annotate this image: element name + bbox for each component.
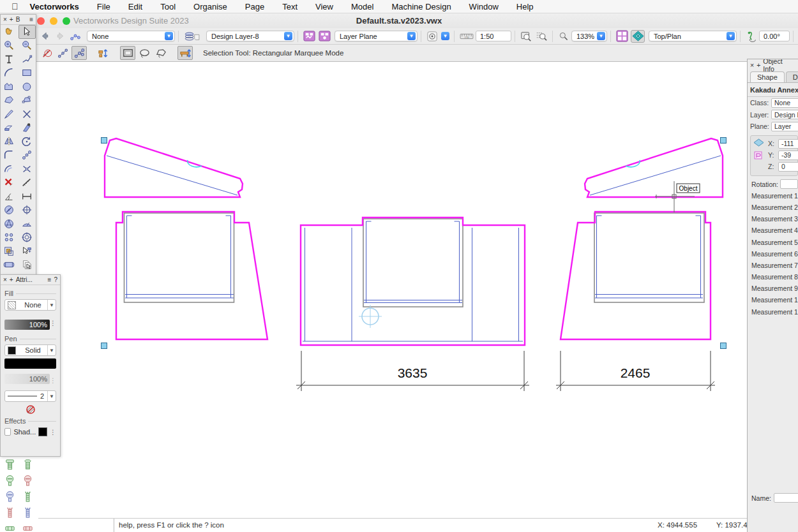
center-mark-tool[interactable]	[19, 203, 36, 218]
cross-line-tool[interactable]	[19, 107, 36, 121]
fill-opacity-menu-icon[interactable]: ⋮	[50, 320, 56, 327]
red-tap-tool[interactable]	[1, 505, 19, 521]
poly-lasso-mode[interactable]	[153, 46, 169, 60]
menu-view[interactable]: View	[315, 2, 333, 11]
walkthrough-icon[interactable]	[745, 31, 758, 42]
pill-shape-tool[interactable]	[1, 258, 18, 272]
active-plane-dropdown[interactable]: Layer Plane▼	[335, 31, 418, 41]
shadow-menu-icon[interactable]: ⋮	[50, 429, 56, 436]
marquee-zoom-icon[interactable]	[535, 31, 548, 42]
unified-view-icon[interactable]	[631, 30, 645, 43]
green-bolt-tool[interactable]	[1, 457, 19, 473]
layer-scale-icon[interactable]: 1:50	[459, 31, 474, 42]
protractor-tool[interactable]	[19, 217, 36, 231]
rotate-tool[interactable]	[19, 135, 36, 149]
menu-vectorworks[interactable]: Vectorworks	[30, 2, 79, 11]
wheel-tool[interactable]	[1, 217, 18, 231]
zoom-level-dropdown[interactable]: 133%▼	[571, 31, 607, 41]
coord-z-field[interactable]: 0	[778, 162, 798, 172]
reference-chevron-icon[interactable]: ▼	[441, 32, 449, 40]
menu-window[interactable]: Window	[469, 2, 499, 11]
menu-text[interactable]: Text	[282, 2, 297, 11]
rectangle-tool[interactable]	[19, 66, 36, 80]
close-palette-icon[interactable]: ×	[750, 61, 754, 69]
trim-x-tool[interactable]	[19, 162, 36, 176]
compass-tool[interactable]	[1, 203, 18, 218]
apple-menu-icon[interactable]: 	[11, 1, 19, 11]
angle-dim-tool[interactable]	[1, 189, 18, 203]
basic-palette-header[interactable]: × + B ≡	[1, 15, 36, 25]
eraser-tool[interactable]	[1, 121, 18, 135]
selection-arrow-tool[interactable]	[19, 25, 36, 39]
viewport-options-icon[interactable]	[303, 31, 315, 42]
plane-dropdown[interactable]: Layer	[771, 122, 798, 131]
palette-menu-icon[interactable]: ≡	[29, 16, 33, 23]
polyline-tool[interactable]	[19, 52, 36, 66]
active-class-dropdown[interactable]: None▼	[87, 31, 175, 41]
pen-color-bar[interactable]	[4, 358, 56, 369]
multi-view-icon[interactable]	[615, 31, 628, 42]
green-hexbolt-tool[interactable]	[19, 457, 36, 473]
pointer-move-tool[interactable]	[19, 244, 36, 258]
back-arrow-icon[interactable]	[38, 31, 51, 42]
fillet-tool[interactable]	[1, 149, 18, 163]
zoom-out-tool[interactable]	[19, 39, 36, 53]
forward-arrow-icon[interactable]	[54, 31, 66, 42]
close-palette-icon[interactable]: ×	[3, 16, 7, 23]
mirror-tool[interactable]	[1, 135, 18, 149]
locus-tool[interactable]	[19, 231, 36, 245]
zoom-in-tool[interactable]	[1, 39, 18, 53]
freehand-tool[interactable]	[1, 107, 18, 121]
chain-active-mode[interactable]	[72, 46, 87, 60]
marquee-rect-mode[interactable]	[120, 46, 135, 60]
double-poly-tool[interactable]	[1, 80, 18, 94]
coord-y-field[interactable]: -39	[778, 151, 798, 160]
menu-edit[interactable]: Edit	[128, 2, 142, 11]
red-nut-tool[interactable]	[19, 521, 36, 532]
text-tool[interactable]	[1, 52, 18, 66]
rotation-field[interactable]	[780, 179, 798, 189]
offset-tool[interactable]	[1, 162, 18, 176]
red-screw-tool[interactable]	[19, 473, 36, 489]
clip-tool[interactable]	[19, 121, 36, 135]
palette-menu-icon[interactable]: ≡	[48, 276, 52, 283]
rotation-field[interactable]: 0.00°	[759, 31, 790, 41]
bench-mode[interactable]	[177, 46, 193, 60]
menu-machine-design[interactable]: Machine Design	[391, 2, 451, 11]
menu-model[interactable]: Model	[351, 2, 373, 11]
blue-screw-tool[interactable]	[1, 489, 19, 505]
linear-dim-tool[interactable]	[19, 189, 36, 203]
close-palette-icon[interactable]: ×	[3, 276, 7, 283]
pan-hand-tool[interactable]	[1, 25, 18, 39]
fill-opacity-slider[interactable]: 100%	[4, 320, 50, 330]
fit-to-objects-icon[interactable]	[520, 31, 532, 42]
reshape-tool[interactable]	[19, 94, 36, 108]
grid-dots-tool[interactable]	[1, 231, 18, 245]
scale-field[interactable]: 1:50	[476, 31, 511, 41]
green-screw-tool[interactable]	[1, 473, 19, 489]
attributes-header[interactable]: × + Attri... ≡ ?	[1, 275, 60, 285]
circle-tool[interactable]	[19, 80, 36, 94]
active-layer-dropdown[interactable]: Design Layer-8▼	[206, 31, 294, 41]
chain-mode[interactable]	[55, 46, 70, 60]
lasso-mode[interactable]	[137, 46, 152, 60]
tape-measure-tool[interactable]	[19, 176, 36, 190]
screen-plane-icon[interactable]	[753, 151, 764, 161]
saved-views-icon[interactable]	[69, 31, 82, 42]
tab-shape[interactable]: Shape	[750, 71, 785, 82]
add-palette-icon[interactable]: +	[757, 61, 760, 69]
palette-help-icon[interactable]: ?	[54, 276, 57, 283]
window-titlebar[interactable]: Vectorworks Design Suite 2023 Default.st…	[0, 13, 798, 28]
chain-edge-tool[interactable]	[19, 149, 36, 163]
menu-page[interactable]: Page	[245, 2, 264, 11]
tab-data[interactable]: Data	[786, 71, 798, 82]
object-info-header[interactable]: × + Object Info	[748, 59, 798, 70]
green-nut-tool[interactable]	[1, 521, 19, 532]
coord-x-field[interactable]: -111	[778, 139, 798, 149]
menu-file[interactable]: File	[97, 2, 110, 11]
swap-parts-mode[interactable]	[96, 46, 111, 60]
snap-off-mode[interactable]	[38, 46, 54, 60]
green-tap-tool[interactable]	[19, 489, 36, 505]
object-name-field[interactable]	[774, 493, 798, 503]
selection-handles[interactable]	[102, 138, 726, 349]
